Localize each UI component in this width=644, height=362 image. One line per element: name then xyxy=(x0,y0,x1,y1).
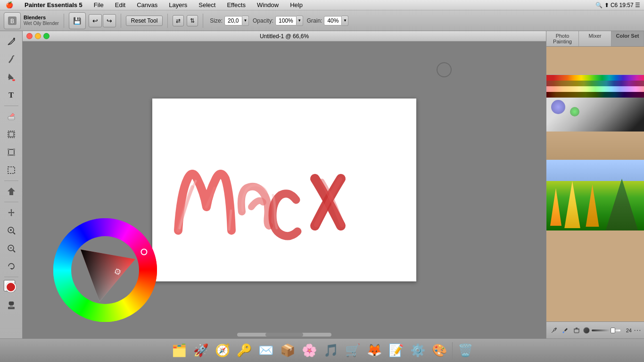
maximize-button[interactable] xyxy=(43,33,50,39)
panel-slider-thumb[interactable] xyxy=(611,328,615,333)
dock-safari[interactable]: 🧭 xyxy=(213,341,232,361)
svg-rect-10 xyxy=(8,148,9,150)
size-arrow[interactable]: ▼ xyxy=(242,16,249,26)
save-button[interactable]: 💾 xyxy=(69,12,86,29)
fg-color-swatch[interactable] xyxy=(6,282,16,292)
fg-bg-swatch[interactable] xyxy=(3,279,20,296)
tool-pan[interactable] xyxy=(3,204,20,221)
dock-painter[interactable]: 🎨 xyxy=(429,341,449,361)
dock-photos[interactable]: 🌸 xyxy=(299,341,319,361)
tool-selection[interactable] xyxy=(3,162,20,179)
size-control: Size: 20,0 ▼ xyxy=(210,16,249,26)
menu-effects[interactable]: Effects xyxy=(225,1,248,8)
tab-color-set[interactable]: Color Set xyxy=(611,31,644,46)
menu-help[interactable]: Help xyxy=(288,1,305,8)
sep4 xyxy=(203,14,203,28)
color-set-area xyxy=(546,47,644,321)
app-name[interactable]: Painter Essentials 5 xyxy=(23,1,84,8)
dock-settings[interactable]: ⚙️ xyxy=(408,341,428,361)
panel-dropper[interactable] xyxy=(561,326,570,335)
dock-appstore[interactable]: 🛒 xyxy=(343,341,363,361)
tool-clone[interactable] xyxy=(3,183,20,200)
minimize-button[interactable] xyxy=(35,33,41,39)
tool-zoom-out[interactable] xyxy=(3,240,20,257)
color-set-display xyxy=(546,47,644,321)
reset-tool-button[interactable]: Reset Tool xyxy=(126,16,163,26)
dock-firefox[interactable]: 🦊 xyxy=(364,341,384,361)
tool-transform[interactable] xyxy=(3,144,20,161)
right-panel: Photo Painting Mixer Color Set xyxy=(546,31,644,338)
flip-h-button[interactable]: ⇄ xyxy=(173,15,184,26)
tab-photo-painting[interactable]: Photo Painting xyxy=(546,31,579,46)
color-wheel-canvas[interactable] xyxy=(51,216,159,324)
flip-v-button[interactable]: ⇅ xyxy=(187,15,198,26)
menu-canvas[interactable]: Canvas xyxy=(135,1,159,8)
svg-point-27 xyxy=(563,331,564,333)
grain-control: Grain: 40% ▼ xyxy=(307,16,349,26)
menu-bar: 🍎 Painter Essentials 5 File Edit Canvas … xyxy=(0,0,644,10)
tool-crop[interactable] xyxy=(3,126,20,143)
canvas-scrollbar[interactable] xyxy=(237,333,331,337)
color-band-2 xyxy=(546,81,644,86)
svg-rect-28 xyxy=(574,329,579,333)
current-tool-icon[interactable]: B xyxy=(4,12,21,29)
sep xyxy=(4,106,18,106)
color-band-1 xyxy=(546,75,644,81)
tool-rotate[interactable] xyxy=(3,258,20,275)
panel-trash[interactable] xyxy=(572,326,581,335)
menu-window[interactable]: Window xyxy=(255,1,281,8)
grain-input[interactable]: 40% ▼ xyxy=(324,16,348,26)
sep3 xyxy=(167,14,168,28)
tab-mixer[interactable]: Mixer xyxy=(579,31,611,46)
sep2 xyxy=(121,14,121,28)
tool-options: Size: 20,0 ▼ Opacity: 100% ▼ Grain: 40% … xyxy=(210,16,348,26)
grain-value: 40% xyxy=(324,16,342,25)
drawing-canvas[interactable] xyxy=(152,99,416,281)
svg-line-18 xyxy=(13,232,15,234)
tool-rubber-stamp[interactable] xyxy=(3,297,20,314)
menu-right: 🔍 ⬆ C6 19:57 ☰ xyxy=(595,2,640,8)
close-button[interactable] xyxy=(26,33,33,39)
panel-more-options[interactable]: ⋯ xyxy=(634,326,641,335)
landscape-thumb xyxy=(546,160,644,230)
dock-music[interactable]: 🎵 xyxy=(321,341,341,361)
opacity-arrow[interactable]: ▼ xyxy=(297,16,303,26)
sep3 xyxy=(4,202,18,202)
apple-menu[interactable]: 🍎 xyxy=(4,1,15,8)
tool-pen[interactable] xyxy=(3,33,20,50)
peach-area xyxy=(546,47,644,75)
panel-eyedropper[interactable] xyxy=(549,326,559,335)
dock-mail[interactable]: ✉️ xyxy=(256,341,276,361)
dock-launchpad[interactable]: 🚀 xyxy=(191,341,211,361)
menu-select[interactable]: Select xyxy=(197,1,217,8)
svg-point-2 xyxy=(13,38,15,40)
sep2 xyxy=(4,181,18,181)
svg-rect-25 xyxy=(9,302,14,305)
size-input[interactable]: 20,0 ▼ xyxy=(224,16,249,26)
opacity-control: Opacity: 100% ▼ xyxy=(253,16,303,26)
canvas-area[interactable]: Untitled-1 @ 66,6% xyxy=(23,31,546,338)
tool-fill[interactable] xyxy=(3,69,20,86)
undo-button[interactable]: ↩ xyxy=(89,14,102,27)
dock-forklift[interactable]: 📦 xyxy=(278,341,297,361)
panel-content xyxy=(546,47,644,321)
dock-trash[interactable]: 🗑️ xyxy=(455,341,475,361)
dock-1password[interactable]: 🔑 xyxy=(234,341,254,361)
svg-point-26 xyxy=(555,328,557,329)
redo-button[interactable]: ↪ xyxy=(103,14,116,27)
opacity-input[interactable]: 100% ▼ xyxy=(275,16,303,26)
color-wheel[interactable] xyxy=(51,216,159,324)
dock-textedit[interactable]: 📝 xyxy=(386,341,406,361)
grain-arrow[interactable]: ▼ xyxy=(342,16,348,26)
tool-eraser[interactable] xyxy=(3,108,20,125)
panel-bottom-bar: 24 ⋯ xyxy=(546,321,644,338)
dock-finder[interactable]: 🗂️ xyxy=(169,341,189,361)
menu-edit[interactable]: Edit xyxy=(113,1,127,8)
left-toolbar: T xyxy=(0,31,23,338)
tool-brush[interactable] xyxy=(3,51,20,68)
menu-file[interactable]: File xyxy=(92,1,106,8)
tool-text[interactable]: T xyxy=(3,87,20,104)
menu-layers[interactable]: Layers xyxy=(167,1,189,8)
panel-size-slider[interactable] xyxy=(592,329,620,331)
tool-zoom-in[interactable] xyxy=(3,222,20,239)
